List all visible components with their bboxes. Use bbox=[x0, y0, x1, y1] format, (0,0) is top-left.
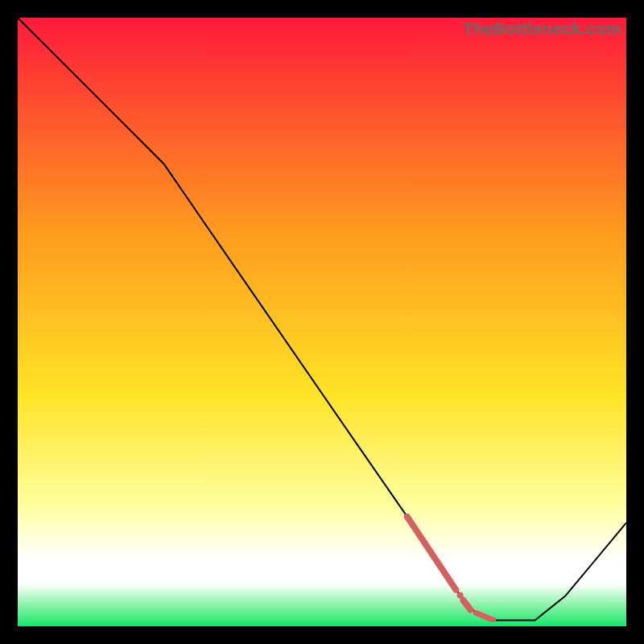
highlight-segment bbox=[463, 600, 470, 609]
chart-plot bbox=[18, 18, 626, 626]
highlight-dot bbox=[491, 617, 496, 621]
highlight-dot bbox=[457, 592, 464, 598]
watermark-text: TheBottleneck.com bbox=[463, 19, 621, 39]
highlight-segment bbox=[407, 517, 456, 590]
chart-frame: TheBottleneck.com bbox=[18, 18, 626, 626]
highlight-segment bbox=[476, 613, 490, 619]
curve-line bbox=[18, 18, 626, 620]
